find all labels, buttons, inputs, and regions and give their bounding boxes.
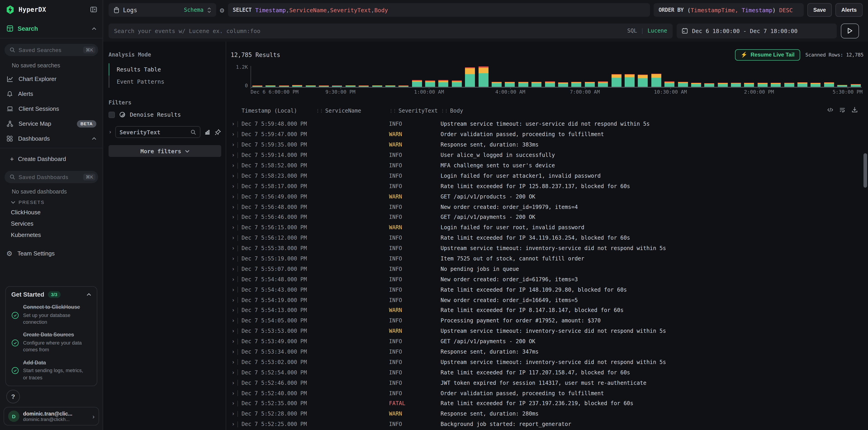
histogram-bar[interactable] bbox=[252, 86, 262, 87]
expand-row-icon[interactable]: › bbox=[231, 235, 235, 241]
expand-row-icon[interactable]: › bbox=[231, 141, 235, 148]
histogram-bar[interactable] bbox=[438, 80, 448, 87]
histogram-bar[interactable] bbox=[345, 85, 355, 87]
table-row[interactable]: ›Dec 7 5:52:46.000 PMINFOJWT token expir… bbox=[226, 378, 868, 388]
histogram-bar[interactable] bbox=[399, 86, 409, 87]
histogram-bar[interactable] bbox=[651, 73, 661, 87]
event-search-field[interactable] bbox=[114, 27, 623, 34]
histogram-bar[interactable] bbox=[771, 83, 781, 87]
drag-handle-icon[interactable]: ⋮⋮ bbox=[316, 108, 323, 113]
table-row[interactable]: ›Dec 7 5:54:19.000 PMINFONew order creat… bbox=[226, 295, 868, 305]
histogram-bar[interactable] bbox=[625, 74, 634, 87]
column-header-severitytext[interactable]: ⋮⋮ SeverityText bbox=[389, 108, 440, 114]
histogram-bar[interactable] bbox=[824, 82, 834, 87]
histogram-bar[interactable] bbox=[478, 66, 488, 87]
source-selector[interactable]: Logs Schema bbox=[108, 3, 216, 17]
histogram-bar[interactable] bbox=[837, 85, 847, 87]
histogram-bar[interactable] bbox=[279, 86, 289, 87]
chevron-up-icon[interactable] bbox=[86, 293, 91, 296]
histogram-bar[interactable] bbox=[784, 82, 794, 87]
resume-live-tail-button[interactable]: ⚡ Resume Live Tail bbox=[735, 49, 800, 60]
collapse-sidebar-icon[interactable] bbox=[90, 6, 97, 13]
chevron-right-icon[interactable]: › bbox=[108, 129, 112, 135]
table-row[interactable]: ›Dec 7 5:52:28.000 PMWARNResponse sent, … bbox=[226, 409, 868, 419]
table-row[interactable]: ›Dec 7 5:55:07.000 PMINFONo pending jobs… bbox=[226, 264, 868, 274]
histogram-bar[interactable] bbox=[731, 82, 741, 87]
table-row[interactable]: ›Dec 7 5:59:35.000 PMWARNResponse sent, … bbox=[226, 140, 868, 150]
wrap-text-icon[interactable] bbox=[839, 106, 846, 113]
query-settings-gear-icon[interactable]: ⚙ bbox=[220, 6, 224, 14]
histogram-bar[interactable] bbox=[492, 82, 502, 87]
table-row[interactable]: ›Dec 7 5:55:19.000 PMINFOItem 7525 out o… bbox=[226, 254, 868, 264]
expand-row-icon[interactable]: › bbox=[231, 400, 235, 407]
expand-row-icon[interactable]: › bbox=[231, 411, 235, 417]
bar-chart-icon[interactable] bbox=[204, 129, 211, 135]
sidebar-item-chart-explorer[interactable]: Chart Explorer bbox=[0, 71, 103, 86]
expand-row-icon[interactable]: › bbox=[231, 349, 235, 355]
severity-filter-field[interactable]: SeverityText bbox=[115, 126, 200, 138]
sidebar-item-client-sessions[interactable]: Client Sessions bbox=[0, 101, 103, 116]
table-row[interactable]: ›Dec 7 5:52:40.000 PMINFOOrder validatio… bbox=[226, 388, 868, 398]
histogram-bar[interactable] bbox=[744, 83, 754, 87]
sidebar-item-dashboards[interactable]: Dashboards bbox=[0, 131, 103, 146]
drag-handle-icon[interactable]: ⋮⋮ bbox=[389, 108, 396, 113]
order-by-input[interactable]: ORDER BY (TimestampTime, Timestamp) DESC bbox=[654, 3, 804, 17]
table-row[interactable]: ›Dec 7 5:59:48.000 PMINFOUpstream servic… bbox=[226, 119, 868, 129]
table-row[interactable]: ›Dec 7 5:54:05.000 PMINFOProcessing paym… bbox=[226, 316, 868, 326]
presets-header[interactable]: PRESETS bbox=[0, 196, 103, 207]
histogram-bar[interactable] bbox=[545, 81, 555, 87]
histogram-bar[interactable] bbox=[412, 80, 422, 87]
table-row[interactable]: ›Dec 7 5:52:35.000 PMFATALRate limit exc… bbox=[226, 398, 868, 409]
expand-row-icon[interactable]: › bbox=[231, 276, 235, 283]
table-row[interactable]: ›Dec 7 5:54:43.000 PMINFORate limit exce… bbox=[226, 285, 868, 295]
histogram-bar[interactable] bbox=[385, 85, 395, 87]
table-row[interactable]: ›Dec 7 5:56:48.000 PMINFONew order creat… bbox=[226, 202, 868, 212]
select-query-input[interactable]: SELECT Timestamp,ServiceName,SeverityTex… bbox=[228, 3, 650, 17]
expand-row-icon[interactable]: › bbox=[231, 369, 235, 376]
saved-dashboards-input[interactable]: ⌘K bbox=[4, 171, 98, 183]
sql-toggle[interactable]: SQL bbox=[627, 28, 637, 34]
create-dashboard-button[interactable]: + Create Dashboard bbox=[0, 152, 103, 165]
histogram-bar[interactable] bbox=[319, 86, 329, 87]
table-row[interactable]: ›Dec 7 5:59:47.000 PMWARNOrder validatio… bbox=[226, 129, 868, 140]
table-row[interactable]: ›Dec 7 5:58:17.000 PMINFORate limit exce… bbox=[226, 181, 868, 192]
histogram-bar[interactable] bbox=[425, 80, 435, 87]
histogram-bar[interactable] bbox=[372, 86, 382, 87]
expand-row-icon[interactable]: › bbox=[231, 121, 235, 127]
histogram-bar[interactable] bbox=[266, 86, 276, 87]
expand-row-icon[interactable]: › bbox=[231, 390, 235, 396]
preset-clickhouse[interactable]: ClickHouse bbox=[0, 207, 103, 218]
histogram-bar[interactable] bbox=[638, 74, 648, 87]
histogram-bar[interactable] bbox=[691, 83, 701, 87]
table-row[interactable]: ›Dec 7 5:58:23.000 PMINFOLogin failed fo… bbox=[226, 171, 868, 181]
expand-row-icon[interactable]: › bbox=[231, 318, 235, 324]
histogram-bar[interactable] bbox=[359, 86, 369, 87]
histogram-bar[interactable] bbox=[292, 85, 302, 87]
table-row[interactable]: ›Dec 7 5:54:13.000 PMWARNRate limit exce… bbox=[226, 305, 868, 316]
histogram-bar[interactable] bbox=[306, 86, 315, 87]
event-search-input[interactable]: SQL | Lucene bbox=[108, 23, 673, 38]
more-filters-button[interactable]: More filters bbox=[108, 145, 221, 157]
histogram-bar[interactable] bbox=[611, 74, 621, 87]
preset-kubernetes[interactable]: Kubernetes bbox=[0, 229, 103, 240]
expand-row-icon[interactable]: › bbox=[231, 214, 235, 221]
get-started-step-sources[interactable]: Create Data Sources Configure where your… bbox=[11, 332, 91, 354]
table-row[interactable]: ›Dec 7 5:52:25.000 PMINFOBackground job … bbox=[226, 419, 868, 430]
query-language-toggle[interactable]: SQL | Lucene bbox=[627, 28, 667, 34]
histogram-bar[interactable] bbox=[798, 82, 807, 87]
mode-results-table[interactable]: Results Table bbox=[108, 63, 221, 75]
table-row[interactable]: ›Dec 7 5:53:49.000 PMINFOGET /api/v1/pay… bbox=[226, 336, 868, 346]
expand-row-icon[interactable]: › bbox=[231, 379, 235, 386]
expand-row-icon[interactable]: › bbox=[231, 183, 235, 190]
column-header-body[interactable]: ⋮⋮ Body bbox=[440, 108, 868, 114]
download-icon[interactable] bbox=[851, 106, 858, 113]
expand-row-icon[interactable]: › bbox=[231, 328, 235, 334]
table-row[interactable]: ›Dec 7 5:59:14.000 PMINFOUser alice_w lo… bbox=[226, 150, 868, 160]
table-row[interactable]: ›Dec 7 5:58:52.000 PMINFOMFA challenge s… bbox=[226, 160, 868, 171]
expand-row-icon[interactable]: › bbox=[231, 204, 235, 210]
expand-row-icon[interactable]: › bbox=[231, 173, 235, 179]
expand-row-icon[interactable]: › bbox=[231, 256, 235, 262]
histogram-bar[interactable] bbox=[664, 81, 674, 87]
saved-searches-field[interactable] bbox=[19, 47, 80, 53]
expand-row-icon[interactable]: › bbox=[231, 421, 235, 428]
